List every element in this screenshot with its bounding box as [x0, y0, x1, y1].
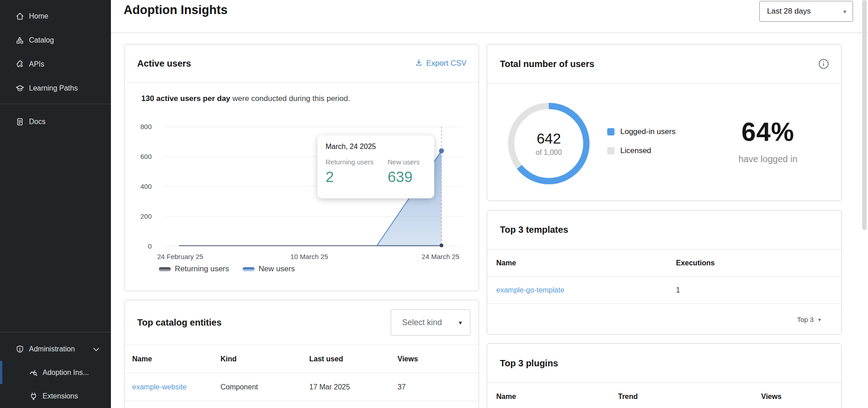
sidebar-item-label: Extensions [43, 392, 78, 400]
legend-licensed: Licensed [607, 146, 676, 155]
svg-text:600: 600 [140, 153, 152, 160]
chart-tooltip: March, 24 2025 Returning users New users… [317, 135, 434, 198]
x-axis-labels: 24 February 25 10 March 25 24 March 25 [157, 253, 460, 260]
legend-returning-users: Returning users [159, 264, 229, 274]
card-title: Top 3 plugins [500, 358, 558, 369]
export-csv-button[interactable]: Export CSV [415, 59, 466, 68]
svg-text:24 March 25: 24 March 25 [422, 253, 459, 260]
total-users-card: Total number of users 642 of 1,000 Logge… [487, 44, 842, 201]
sidebar-item-label: Catalog [29, 36, 54, 44]
percent-caption: have logged in [700, 154, 836, 164]
svg-text:200: 200 [140, 212, 152, 220]
new-users-point [439, 149, 444, 154]
sidebar-item-docs[interactable]: Docs [0, 110, 111, 134]
active-users-card: Active users Export CSV 130 active users… [124, 44, 479, 291]
logged-in-percent: 64% have logged in [700, 117, 836, 164]
tooltip-returning-label: Returning users [326, 158, 388, 166]
column-header-views: Views [761, 393, 841, 401]
chart-summary: 130 active users per day were conducted … [141, 94, 350, 103]
column-header-name: Name [496, 259, 676, 267]
docs-icon [15, 117, 24, 126]
sidebar-item-apis[interactable]: APIs [0, 52, 111, 76]
info-icon[interactable] [818, 58, 829, 69]
legend-logged-in: Logged-in users [607, 127, 676, 136]
chevron-down-icon: ▾ [818, 317, 821, 323]
svg-text:10 March 25: 10 March 25 [290, 253, 328, 260]
sidebar-divider [0, 104, 111, 104]
entity-link[interactable]: example-website [132, 383, 221, 391]
donut-legend: Logged-in users Licensed [607, 127, 676, 155]
sidebar-item-label: Learning Paths [29, 84, 78, 92]
tooltip-new-label: New users [388, 158, 426, 166]
svg-text:400: 400 [140, 182, 152, 190]
card-header: Active users Export CSV [125, 44, 479, 83]
tooltip-returning-value: 2 [326, 168, 388, 186]
template-link[interactable]: example-go-template [496, 286, 676, 294]
chevron-down-icon: ▾ [459, 319, 462, 326]
tooltip-new-value: 639 [388, 168, 426, 186]
sidebar: Home Catalog APIs Learning Paths Docs [0, 0, 111, 408]
svg-text:24 February 25: 24 February 25 [157, 253, 203, 260]
card-title: Active users [137, 58, 191, 69]
column-header-last-used: Last used [309, 355, 398, 363]
sidebar-item-label: Home [29, 12, 48, 20]
top-plugins-card: Top 3 plugins Name Trend Views [487, 343, 842, 408]
last-used-value: 17 Mar 2025 [309, 383, 398, 391]
donut-center-label: 642 of 1,000 [504, 98, 594, 189]
svg-text:800: 800 [140, 123, 152, 130]
sidebar-item-learning-paths[interactable]: Learning Paths [0, 76, 111, 100]
kind-select-placeholder: Select kind [402, 318, 442, 327]
column-header-trend: Trend [618, 393, 761, 401]
chevron-down-icon[interactable] [93, 345, 99, 353]
column-header-views: Views [398, 355, 479, 363]
sidebar-item-catalog[interactable]: Catalog [0, 28, 111, 52]
legend-label: Returning users [175, 264, 229, 274]
legend-label: Logged-in users [620, 127, 676, 136]
sidebar-item-label: APIs [29, 60, 44, 68]
percent-value: 64% [700, 117, 836, 147]
table-header-row: Name Kind Last used Views [125, 345, 479, 373]
table-row: example-go-template 1 [487, 277, 841, 304]
column-header-name: Name [132, 355, 221, 363]
shield-icon [15, 345, 24, 354]
table-header-row: Name Trend Views [487, 383, 841, 408]
export-csv-label: Export CSV [426, 59, 466, 68]
sidebar-item-administration[interactable]: Administration [0, 337, 111, 361]
table-row: example-website Component 17 Mar 2025 37 [125, 373, 479, 401]
page-header: Adoption Insights Last 28 days ▾ [111, 0, 868, 33]
rows-per-page-select[interactable]: Top 3 [797, 316, 814, 323]
sidebar-item-label: Adoption Ins... [43, 369, 89, 377]
top-catalog-entities-card: Top catalog entities Select kind ▾ Name … [124, 300, 479, 408]
column-header-name: Name [496, 393, 618, 401]
views-value: 37 [398, 383, 479, 391]
column-header-executions: Executions [676, 259, 841, 267]
sidebar-item-label: Docs [29, 118, 45, 126]
kind-select[interactable]: Select kind ▾ [391, 309, 470, 336]
executions-value: 1 [676, 286, 841, 294]
sidebar-item-extensions[interactable]: Extensions [0, 384, 111, 408]
chart-legend: Returning users New users [159, 264, 295, 274]
sidebar-divider [0, 332, 111, 332]
kind-value: Component [221, 383, 309, 391]
tooltip-date: March, 24 2025 [326, 143, 426, 151]
catalog-icon [15, 36, 24, 45]
donut-value: 642 [537, 130, 561, 147]
sidebar-item-label: Administration [29, 345, 75, 353]
card-header: Top 3 templates [487, 211, 841, 250]
svg-text:0: 0 [148, 242, 152, 250]
y-axis-labels: 800 600 400 200 0 [140, 123, 152, 250]
query-stats-icon [29, 368, 38, 377]
users-donut-chart: 642 of 1,000 [504, 98, 594, 189]
card-header: Total number of users [487, 44, 841, 84]
sidebar-item-adoption-insights[interactable]: Adoption Ins... [0, 361, 111, 384]
scrollbar-thumb[interactable] [862, 0, 867, 230]
period-select[interactable]: Last 28 days ▾ [759, 1, 853, 22]
donut-subvalue: of 1,000 [536, 149, 562, 157]
column-header-kind: Kind [221, 355, 309, 363]
sidebar-item-home[interactable]: Home [0, 4, 111, 28]
new-users-swatch [243, 267, 254, 271]
home-icon [15, 12, 24, 21]
main-content: Adoption Insights Last 28 days ▾ Active … [111, 0, 868, 408]
logged-in-swatch [607, 128, 614, 135]
learning-paths-icon [15, 84, 24, 93]
